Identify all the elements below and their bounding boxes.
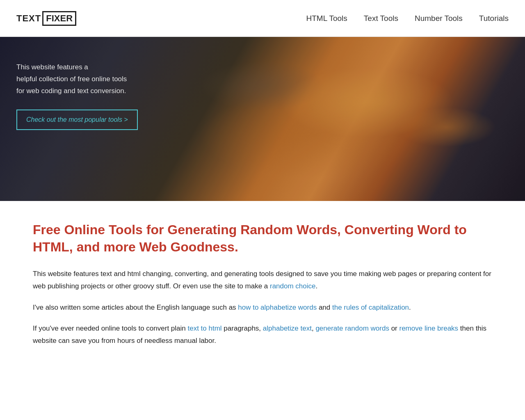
hero-section: This website features a helpful collecti…: [0, 37, 525, 201]
intro-paragraph-3: If you've ever needed online tools to co…: [33, 322, 492, 347]
hero-content: This website features a helpful collecti…: [0, 37, 197, 155]
intro-paragraph-1: This website features text and html chan…: [33, 268, 492, 292]
page-heading: Free Online Tools for Generating Random …: [33, 221, 492, 256]
alphabetize-words-link[interactable]: how to alphabetize words: [238, 304, 317, 311]
nav-html-tools[interactable]: HTML Tools: [306, 14, 347, 23]
alphabetize-text-link[interactable]: alphabetize text: [263, 324, 312, 332]
main-content: Free Online Tools for Generating Random …: [16, 201, 509, 381]
logo[interactable]: TEXT FIXER: [16, 11, 76, 26]
logo-text-part: TEXT: [16, 13, 41, 24]
hero-tagline: This website features a helpful collecti…: [16, 62, 180, 97]
rules-capitalization-link[interactable]: the rules of capitalization: [332, 304, 409, 311]
nav-number-tools[interactable]: Number Tools: [415, 14, 463, 23]
generate-random-words-link[interactable]: generate random words: [315, 324, 389, 332]
remove-line-breaks-link[interactable]: remove line breaks: [399, 324, 458, 332]
nav-text-tools[interactable]: Text Tools: [364, 14, 398, 23]
main-nav: HTML Tools Text Tools Number Tools Tutor…: [306, 14, 509, 23]
intro-paragraph-2: I've also written some articles about th…: [33, 301, 492, 314]
text-to-html-link[interactable]: text to html: [188, 324, 222, 332]
nav-tutorials[interactable]: Tutorials: [479, 14, 509, 23]
popular-tools-cta[interactable]: Check out the most popular tools >: [16, 110, 138, 130]
random-choice-link[interactable]: random choice: [270, 282, 316, 290]
logo-box-part: FIXER: [42, 11, 76, 26]
